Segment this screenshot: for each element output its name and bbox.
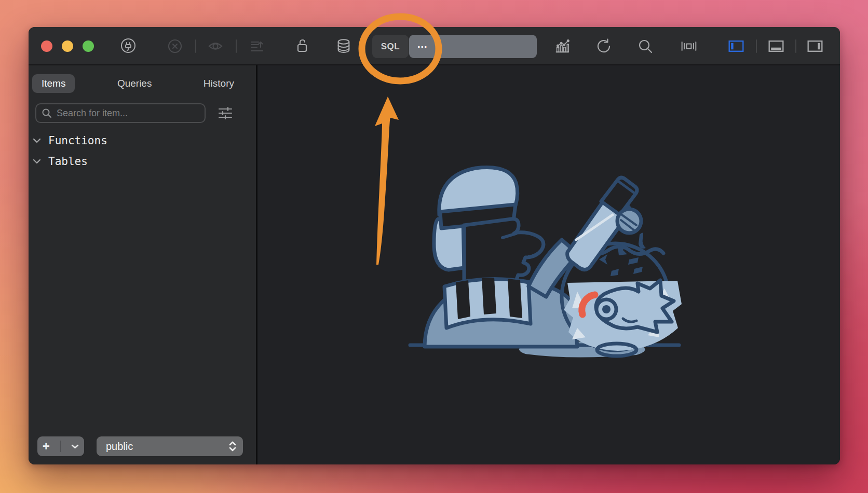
minimize-window-button[interactable] (62, 40, 73, 52)
mascot-illustration (395, 153, 685, 365)
chart-icon[interactable] (554, 38, 571, 54)
tab-history[interactable]: History (194, 74, 243, 93)
toolbar-separator (756, 39, 757, 53)
toolbar-separator (795, 39, 796, 53)
export-list-icon[interactable] (249, 38, 265, 54)
zoom-window-button[interactable] (83, 40, 94, 52)
tree-item-label: Tables (48, 155, 88, 168)
tree-item-tables[interactable]: Tables (32, 152, 252, 171)
search-input[interactable] (57, 108, 199, 119)
panel-right-icon[interactable] (807, 38, 823, 54)
close-window-button[interactable] (41, 40, 52, 52)
tab-items[interactable]: Items (32, 74, 75, 93)
select-updown-icon (228, 440, 237, 453)
search-icon[interactable] (637, 38, 654, 54)
item-search-box[interactable] (35, 103, 206, 123)
panel-bottom-icon[interactable] (768, 38, 784, 54)
add-item-button[interactable]: + (43, 437, 50, 455)
eye-icon[interactable] (207, 38, 224, 54)
sidebar: Items Queries History (29, 65, 256, 464)
database-icon[interactable] (335, 38, 352, 54)
schema-select[interactable]: public (97, 436, 243, 456)
toolbar-separator (195, 39, 196, 53)
plug-icon[interactable] (120, 38, 137, 54)
toolbar: SQL ... (29, 27, 840, 65)
tree-item-label: Functions (48, 134, 107, 147)
panel-left-icon[interactable] (728, 38, 744, 54)
chevron-down-icon (33, 159, 41, 164)
tree-item-functions[interactable]: Functions (32, 131, 252, 150)
sliders-icon[interactable] (218, 106, 233, 120)
app-window: SQL ... (29, 27, 840, 464)
spacing-icon[interactable] (681, 38, 697, 54)
main-area (257, 65, 840, 464)
chevron-down-icon[interactable] (71, 444, 79, 449)
refresh-icon[interactable] (595, 38, 612, 54)
add-item-split-button[interactable]: + (37, 436, 84, 456)
tab-queries[interactable]: Queries (108, 74, 161, 93)
disconnect-icon[interactable] (167, 38, 183, 54)
search-icon (42, 108, 52, 118)
chevron-down-icon (33, 138, 41, 143)
button-separator (60, 441, 61, 452)
path-field[interactable]: ... (409, 35, 537, 58)
sidebar-tabs: Items Queries History (32, 74, 243, 93)
sql-button[interactable]: SQL (372, 35, 409, 58)
toolbar-separator (236, 39, 237, 53)
schema-select-value: public (106, 441, 228, 453)
lock-open-icon[interactable] (294, 38, 310, 54)
